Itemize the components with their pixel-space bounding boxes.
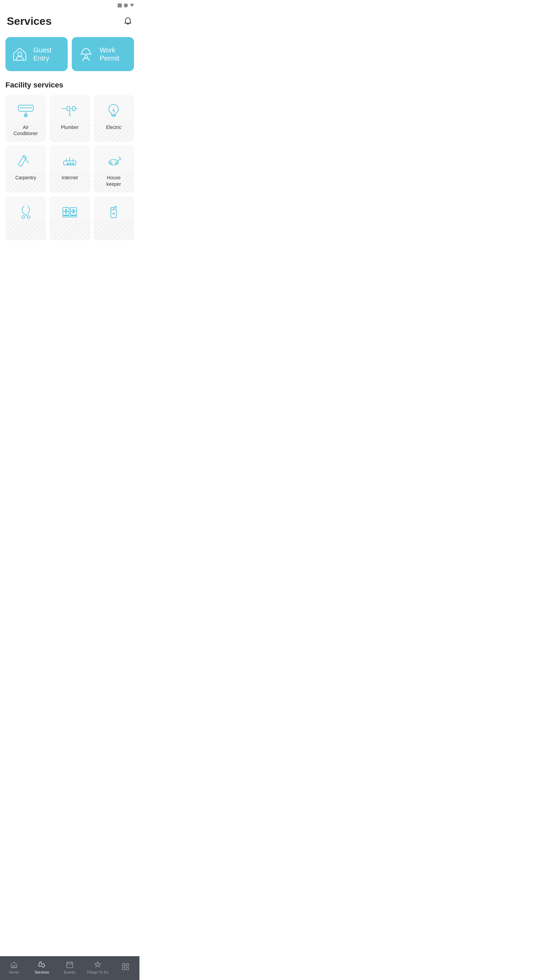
notification-bell-icon[interactable]	[123, 17, 133, 26]
guest-entry-icon	[11, 45, 29, 63]
ac-icon	[16, 102, 36, 119]
electric-icon	[103, 102, 124, 119]
facility-card-internet[interactable]: Internet	[49, 145, 90, 192]
status-icon-triangle	[130, 4, 134, 7]
svg-line-23	[23, 156, 24, 158]
facility-card-housekeeper[interactable]: Housekeeper	[94, 145, 134, 192]
scissors-icon	[16, 203, 36, 221]
facility-card-electric[interactable]: Electric	[94, 95, 134, 142]
page-title: Services	[7, 15, 52, 27]
plumber-label: Plumber	[61, 124, 79, 130]
svg-point-36	[115, 162, 118, 164]
status-bar	[0, 0, 140, 10]
svg-point-55	[113, 213, 114, 215]
svg-point-48	[73, 212, 74, 213]
work-permit-card[interactable]: Work Permit	[72, 37, 134, 71]
facility-card-plumber[interactable]: Plumber	[49, 95, 90, 142]
svg-line-16	[69, 115, 70, 116]
facility-card-scissors[interactable]	[5, 196, 46, 240]
ac-label: AirConditioner	[14, 124, 38, 137]
svg-line-25	[26, 159, 27, 161]
status-icon-circle	[124, 3, 128, 8]
svg-point-0	[18, 52, 22, 56]
svg-point-33	[73, 163, 74, 164]
svg-rect-51	[111, 210, 116, 218]
carpentry-icon	[16, 152, 36, 170]
electric-label: Electric	[106, 124, 121, 130]
guest-entry-label: Guest Entry	[33, 46, 51, 62]
top-cards-row: Guest Entry Work Permit	[0, 34, 140, 78]
spray-icon	[103, 203, 124, 221]
svg-point-46	[65, 212, 67, 213]
status-icon-square	[118, 3, 122, 8]
work-permit-icon	[77, 45, 95, 63]
facility-card-carpentry[interactable]: Carpentry	[5, 145, 46, 192]
facility-card-air-conditioner[interactable]: AirConditioner	[5, 95, 46, 142]
svg-point-32	[70, 163, 71, 164]
svg-point-1	[85, 56, 87, 58]
carpentry-label: Carpentry	[15, 175, 36, 181]
svg-line-24	[24, 158, 26, 159]
svg-rect-50	[70, 216, 76, 217]
facility-card-storage[interactable]	[49, 196, 90, 240]
svg-rect-13	[73, 107, 75, 111]
svg-point-39	[22, 216, 24, 218]
svg-point-45	[65, 209, 67, 211]
facility-section-title: Facility services	[0, 78, 140, 95]
svg-line-26	[27, 161, 29, 163]
svg-point-31	[67, 163, 68, 164]
facility-grid: AirConditioner Plumber Electric	[0, 95, 140, 240]
svg-point-35	[110, 162, 112, 164]
header: Services	[0, 10, 140, 34]
svg-rect-11	[67, 107, 70, 111]
svg-rect-49	[63, 216, 69, 217]
svg-point-40	[27, 216, 30, 218]
svg-rect-22	[18, 156, 27, 167]
internet-label: Internet	[62, 175, 78, 181]
housekeeper-label: Housekeeper	[106, 175, 121, 187]
plumber-icon	[60, 102, 80, 119]
storage-icon	[60, 203, 80, 221]
svg-point-47	[73, 209, 74, 211]
guest-entry-card[interactable]: Guest Entry	[5, 37, 68, 71]
work-permit-label: Work Permit	[100, 46, 119, 62]
svg-line-52	[114, 206, 116, 208]
housekeeper-icon	[103, 152, 124, 170]
facility-card-spray[interactable]	[94, 196, 134, 240]
internet-icon	[60, 152, 80, 170]
